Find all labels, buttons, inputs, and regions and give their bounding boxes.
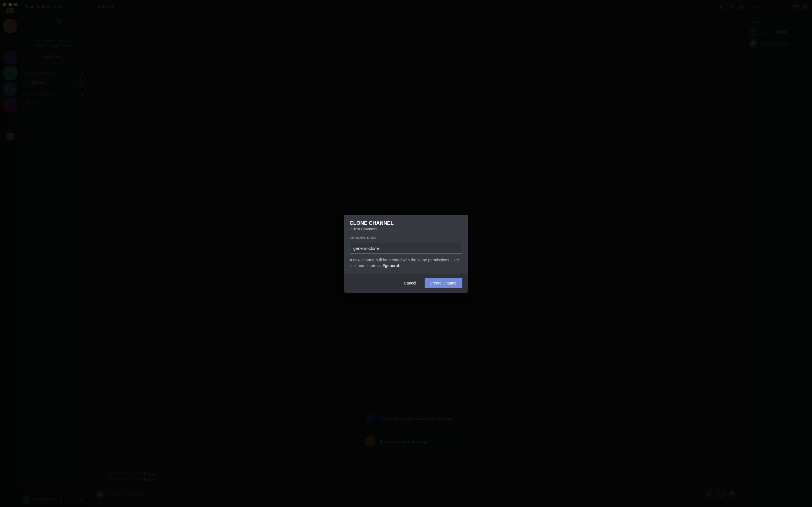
modal-footer: Cancel Create Channel [344,274,468,293]
modal-title: Clone Channel [350,220,462,226]
channel-name-input[interactable] [350,243,462,254]
modal-help-text: A new channel will be created with the s… [350,257,462,269]
modal-backdrop[interactable]: Clone Channel in Text Channels Channel N… [0,0,812,507]
modal-field-label: Channel Name [350,236,462,240]
clone-channel-modal: Clone Channel in Text Channels Channel N… [344,215,468,293]
create-channel-button[interactable]: Create Channel [424,278,462,288]
cancel-button[interactable]: Cancel [399,278,421,288]
modal-subtitle: in Text Channels [350,227,462,231]
